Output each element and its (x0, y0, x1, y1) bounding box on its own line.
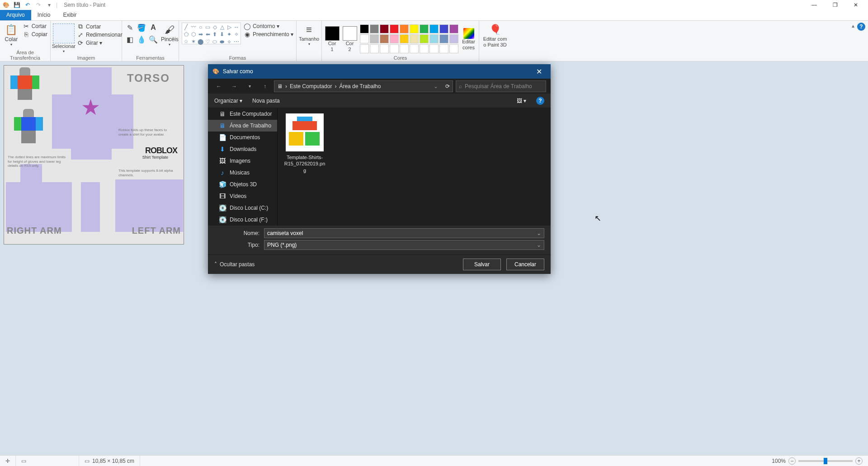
palette-swatch[interactable] (429, 44, 439, 53)
palette-swatch[interactable] (439, 44, 448, 53)
qat-save-icon[interactable]: 💾 (13, 1, 21, 9)
size-button[interactable]: ≡ Tamanho ▾ (299, 23, 319, 47)
brushes-button[interactable]: 🖌 Pincéis ▾ (161, 23, 179, 47)
palette-swatch[interactable] (429, 34, 439, 43)
tree-desktop[interactable]: 🖥Área de Trabalho (208, 120, 277, 132)
palette-swatch[interactable] (390, 24, 399, 33)
rotate-button[interactable]: ⟳Girar ▾ (77, 39, 123, 47)
nav-recent-button[interactable]: ▾ (243, 80, 256, 93)
palette-swatch[interactable] (390, 34, 399, 43)
select-button[interactable]: Selecionar ▾ (53, 23, 74, 54)
palette-swatch[interactable] (449, 44, 458, 53)
file-item[interactable]: Template-Shirts-R15_07262019.png (283, 113, 326, 174)
tree-disk-f[interactable]: 💽Disco Local (F:) (208, 214, 277, 226)
qat-customize-icon[interactable]: ▾ (45, 1, 53, 9)
palette-swatch[interactable] (410, 24, 419, 33)
edit-colors-button[interactable]: Editar cores (461, 27, 476, 51)
qat-undo-icon[interactable]: ↶ (24, 1, 32, 9)
breadcrumb-this-pc[interactable]: Este Computador (290, 83, 332, 89)
paint3d-button[interactable]: 🎈 Editar com o Paint 3D (485, 23, 505, 48)
palette-swatch[interactable] (370, 34, 379, 43)
palette-swatch[interactable] (380, 44, 389, 53)
palette-swatch[interactable] (400, 34, 409, 43)
new-folder-button[interactable]: Nova pasta (252, 98, 280, 104)
tree-disk-c[interactable]: 💽Disco Local (C:) (208, 202, 277, 214)
palette-swatch[interactable] (439, 34, 448, 43)
ribbon-collapse-icon[interactable]: ▴ (852, 23, 854, 31)
filetype-select[interactable]: PNG (*.png) ⌄ (264, 240, 544, 250)
picker-tool[interactable]: 💧 (137, 34, 146, 44)
palette-swatch[interactable] (449, 34, 458, 43)
window-close-button[interactable]: ✕ (845, 0, 866, 10)
nav-up-button[interactable]: ↑ (259, 80, 271, 93)
dialog-help-icon[interactable]: ? (536, 97, 544, 105)
bucket-tool[interactable]: 🪣 (137, 23, 146, 33)
palette-swatch[interactable] (400, 44, 409, 53)
palette-swatch[interactable] (439, 24, 448, 33)
palette-swatch[interactable] (420, 34, 429, 43)
copy-button[interactable]: ⎘Copiar (23, 31, 47, 38)
shape-outline-button[interactable]: ◯Contorno ▾ (244, 23, 293, 30)
crop-button[interactable]: ⧉Cortar (77, 23, 123, 30)
resize-button[interactable]: ⤢Redimensionar (77, 31, 123, 38)
tab-file[interactable]: Arquivo (0, 10, 31, 20)
nav-forward-button[interactable]: → (228, 80, 241, 93)
tree-videos[interactable]: 🎞Vídeos (208, 190, 277, 202)
color2-button[interactable]: Cor 2 (342, 25, 357, 52)
tree-this-pc[interactable]: 🖥Este Computador (208, 108, 277, 120)
shapes-gallery[interactable]: ╱〰○▭◇△▷↔ ⬠⬡➡⬅⬆⬇✦✧ ☆✶⬤♡⬭⬬⟡⋯ (182, 23, 241, 44)
paste-button[interactable]: 📋 Colar ▾ (3, 23, 20, 47)
address-bar[interactable]: 🖥 › Este Computador › Área de Trabalho ⌄… (274, 80, 453, 92)
text-tool[interactable]: A (148, 23, 158, 33)
refresh-icon[interactable]: ⟳ (445, 83, 450, 89)
tab-view[interactable]: Exibir (57, 10, 83, 20)
tree-downloads[interactable]: ⬇Downloads (208, 143, 277, 155)
chevron-down-icon[interactable]: ⌄ (537, 230, 541, 236)
palette-swatch[interactable] (360, 44, 369, 53)
hide-folders-button[interactable]: ˄ Ocultar pastas (214, 261, 255, 268)
palette-swatch[interactable] (410, 44, 419, 53)
zoom-out-button[interactable]: − (788, 457, 796, 465)
cancel-button[interactable]: Cancelar (506, 259, 544, 270)
palette-swatch[interactable] (420, 44, 429, 53)
palette-swatch[interactable] (410, 34, 419, 43)
zoom-slider[interactable] (798, 460, 853, 462)
palette-swatch[interactable] (390, 44, 399, 53)
palette-swatch[interactable] (380, 34, 389, 43)
chevron-down-icon[interactable]: ⌄ (537, 242, 541, 248)
shape-fill-button[interactable]: ◉Preenchimento ▾ (244, 31, 293, 38)
search-input[interactable]: ⌕ Pesquisar Área de Trabalho (456, 80, 546, 92)
breadcrumb-desktop[interactable]: Área de Trabalho (339, 83, 381, 89)
window-minimize-button[interactable]: — (804, 0, 825, 10)
palette-swatch[interactable] (400, 24, 409, 33)
window-maximize-button[interactable]: ❐ (825, 0, 845, 10)
zoom-in-button[interactable]: + (855, 457, 863, 465)
save-button[interactable]: Salvar (463, 259, 501, 270)
help-icon[interactable]: ? (857, 23, 865, 31)
color1-button[interactable]: Cor 1 (325, 25, 340, 52)
tree-objects3d[interactable]: 🧊Objetos 3D (208, 179, 277, 190)
organize-button[interactable]: Organizar ▾ (214, 98, 242, 104)
palette-swatch[interactable] (360, 24, 369, 33)
tab-home[interactable]: Início (31, 10, 57, 20)
nav-back-button[interactable]: ← (212, 80, 225, 93)
palette-swatch[interactable] (429, 24, 439, 33)
palette-swatch[interactable] (449, 24, 458, 33)
address-dropdown-icon[interactable]: ⌄ (434, 83, 438, 89)
palette-swatch[interactable] (380, 24, 389, 33)
palette-swatch[interactable] (370, 44, 379, 53)
file-list[interactable]: Template-Shirts-R15_07262019.png (278, 108, 551, 226)
tree-images[interactable]: 🖼Imagens (208, 155, 277, 167)
dialog-close-button[interactable]: ✕ (532, 64, 546, 79)
view-mode-button[interactable]: 🖼 ▾ (517, 98, 526, 104)
magnify-tool[interactable]: 🔍 (148, 34, 158, 44)
tree-music[interactable]: ♪Músicas (208, 167, 277, 179)
palette-swatch[interactable] (420, 24, 429, 33)
palette-swatch[interactable] (360, 34, 369, 43)
dialog-titlebar[interactable]: 🎨 Salvar como ✕ (208, 64, 551, 79)
canvas[interactable]: ★ TORSO RIGHT ARM LEFT ARM ROBLOX Shirt … (4, 65, 184, 245)
qat-redo-icon[interactable]: ↷ (34, 1, 42, 9)
filename-input[interactable]: camiseta voxel ⌄ (264, 228, 544, 238)
pencil-tool[interactable]: ✎ (125, 23, 135, 33)
cut-button[interactable]: ✂Cortar (23, 23, 47, 30)
